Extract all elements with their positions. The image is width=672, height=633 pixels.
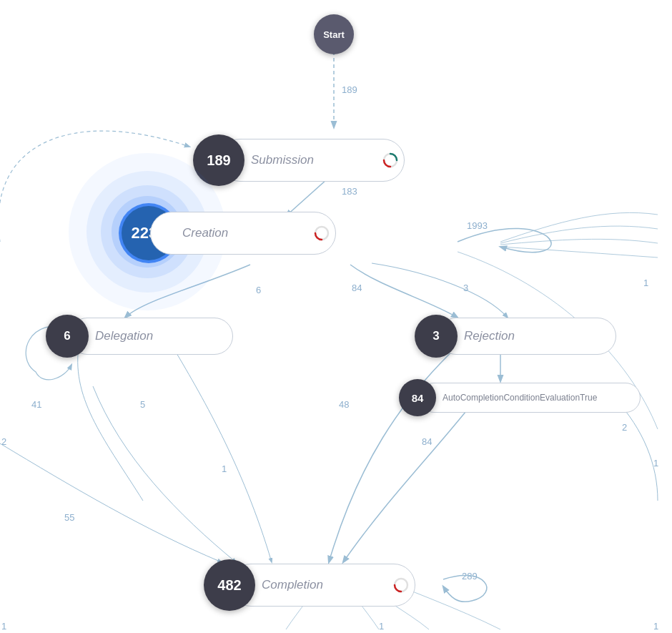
submission-label: Submission — [251, 153, 314, 167]
edge-label-1993: 1993 — [467, 220, 488, 231]
creation-node[interactable]: 2237 Creation — [122, 206, 336, 260]
rejection-circle: 3 — [415, 315, 458, 358]
edge-label-1-del: 1 — [222, 463, 227, 474]
rejection-label: Rejection — [464, 329, 515, 343]
start-circle: Start — [314, 14, 354, 54]
edge-label-48: 48 — [339, 399, 349, 410]
start-node: Start — [314, 14, 354, 54]
submission-pill: Submission — [219, 139, 405, 182]
creation-arc — [314, 225, 330, 241]
start-label: Start — [323, 29, 345, 40]
edge-label-183: 183 — [342, 186, 357, 197]
edge-label-1-br: 1 — [653, 621, 658, 632]
completion-arc — [393, 577, 409, 593]
edge-label-84-auto: 84 — [422, 436, 432, 447]
autocompletion-pill: AutoCompletionConditionEvaluationTrue — [419, 383, 641, 413]
delegation-node[interactable]: 6 Delegation — [46, 315, 233, 358]
completion-node[interactable]: 482 Completion — [204, 559, 415, 611]
edge-label-41: 41 — [31, 399, 41, 410]
rejection-pill: Rejection — [438, 318, 616, 355]
submission-node[interactable]: 189 Submission — [193, 134, 405, 186]
edge-label-2: 2 — [1, 436, 6, 447]
creation-label: Creation — [182, 226, 228, 240]
edge-label-1-bl: 1 — [1, 621, 6, 632]
edge-label-2-auto: 2 — [622, 422, 627, 433]
rejection-node[interactable]: 3 Rejection — [415, 315, 616, 358]
delegation-circle: 6 — [46, 315, 89, 358]
edge-label-1-auto: 1 — [653, 458, 658, 468]
completion-circle: 482 — [204, 559, 255, 611]
completion-pill: Completion — [229, 564, 415, 607]
edge-label-5: 5 — [140, 399, 145, 410]
edge-label-1-right: 1 — [643, 278, 648, 288]
edge-label-84: 84 — [352, 283, 362, 293]
delegation-label: Delegation — [95, 329, 153, 343]
edge-label-1-bm: 1 — [379, 621, 384, 632]
autocompletion-node[interactable]: 84 AutoCompletionConditionEvaluationTrue — [399, 379, 641, 416]
autocompletion-circle: 84 — [399, 379, 436, 416]
autocompletion-label: AutoCompletionConditionEvaluationTrue — [443, 393, 597, 403]
completion-label: Completion — [262, 578, 323, 592]
edge-label-289: 289 — [462, 571, 478, 582]
submission-arc — [382, 152, 398, 168]
delegation-pill: Delegation — [69, 318, 233, 355]
edge-label-189: 189 — [342, 84, 357, 95]
edge-label-55: 55 — [64, 512, 74, 523]
creation-pill: Creation — [150, 212, 336, 255]
edge-label-6: 6 — [256, 285, 261, 295]
edge-label-3: 3 — [463, 283, 468, 293]
